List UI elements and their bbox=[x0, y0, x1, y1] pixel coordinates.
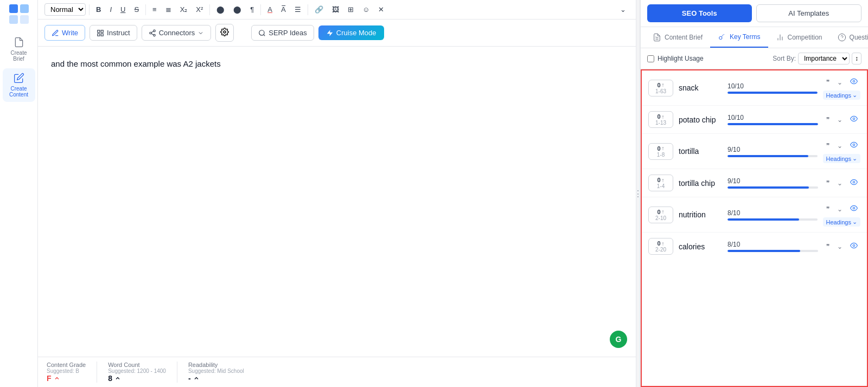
term-row: 0 ↑ 1-8 tortilla 9/10 ❞ ⌄ Headings ⌄ bbox=[642, 134, 867, 169]
term-quote-button[interactable]: ❞ bbox=[824, 140, 832, 151]
table-button[interactable]: ⊞ bbox=[344, 3, 357, 16]
connectors-label: Connectors bbox=[159, 29, 195, 37]
term-quote-button[interactable]: ❞ bbox=[824, 77, 832, 88]
term-expand-button[interactable]: ⌄ bbox=[834, 241, 845, 252]
subscript-button[interactable]: X₂ bbox=[177, 3, 191, 16]
ordered-list-button[interactable]: ≡ bbox=[149, 3, 160, 16]
term-row: 0 ↑ 2-20 calories 8/10 ❞ ⌄ bbox=[642, 233, 867, 260]
word-count-metric: Word Count Suggested: 1200 - 1400 8 bbox=[97, 362, 177, 383]
align-right-button[interactable]: ⬤ bbox=[230, 3, 245, 16]
more-options-button[interactable]: ⌄ bbox=[617, 3, 629, 16]
svg-point-30 bbox=[853, 244, 855, 247]
sidebar-item-create-brief[interactable]: Create Brief bbox=[3, 33, 35, 66]
toolbar-separator-1 bbox=[89, 4, 90, 15]
eye-icon bbox=[850, 242, 858, 249]
term-progress-fill bbox=[727, 155, 808, 157]
underline-button[interactable]: U bbox=[117, 3, 129, 16]
headings-tag[interactable]: Headings ⌄ bbox=[823, 154, 860, 163]
term-expand-button[interactable]: ⌄ bbox=[834, 140, 845, 151]
term-quote-button[interactable]: ❞ bbox=[824, 241, 832, 252]
term-expand-button[interactable]: ⌄ bbox=[834, 204, 845, 215]
cruise-mode-button[interactable]: Cruise Mode bbox=[318, 25, 384, 40]
term-quote-button[interactable]: ❞ bbox=[824, 204, 832, 215]
term-view-button[interactable] bbox=[847, 139, 860, 152]
sidebar-item-create-content[interactable]: Create Content bbox=[3, 68, 35, 102]
sort-order-button[interactable]: ↕ bbox=[852, 53, 861, 64]
eye-icon bbox=[850, 204, 858, 212]
highlight-button[interactable]: A̅ bbox=[278, 3, 289, 16]
write-button[interactable]: Write bbox=[44, 25, 85, 41]
term-count-range: 1-8 bbox=[657, 152, 665, 158]
term-count-box[interactable]: 0 ↑ 2-10 bbox=[648, 207, 673, 223]
align-button[interactable]: ☰ bbox=[291, 3, 304, 16]
tab-questions-label: Questions bbox=[850, 34, 868, 41]
text-color-button[interactable]: A bbox=[264, 3, 276, 16]
tab-key-terms-label: Key Terms bbox=[730, 33, 760, 41]
term-count-box[interactable]: 0 ↑ 1-4 bbox=[648, 175, 673, 191]
up-arrow-icon: ↑ bbox=[662, 177, 665, 183]
toolbar-separator-4 bbox=[260, 4, 261, 15]
instruct-button[interactable]: Instruct bbox=[90, 25, 137, 41]
term-view-button[interactable] bbox=[847, 240, 860, 253]
tab-content-brief[interactable]: Content Brief bbox=[645, 27, 710, 48]
headings-tag[interactable]: Headings ⌄ bbox=[823, 91, 860, 100]
term-view-button[interactable] bbox=[847, 113, 860, 126]
term-view-button[interactable] bbox=[847, 76, 860, 88]
emoji-button[interactable]: ☺ bbox=[359, 3, 373, 16]
highlight-usage-checkbox[interactable]: Highlight Usage bbox=[647, 55, 704, 62]
format-selector[interactable]: Normal bbox=[44, 3, 86, 16]
connectors-button[interactable]: Connectors bbox=[142, 25, 211, 41]
term-action-row: ❞ ⌄ bbox=[824, 113, 860, 126]
sidebar-item-label: Create Content bbox=[5, 86, 33, 98]
ai-templates-button[interactable]: AI Templates bbox=[756, 4, 862, 22]
gear-button[interactable] bbox=[215, 24, 234, 42]
term-count: 0 bbox=[657, 113, 660, 120]
highlight-usage-input[interactable] bbox=[647, 55, 654, 62]
term-score-label: 8/10 bbox=[727, 241, 818, 248]
italic-button[interactable]: I bbox=[106, 3, 115, 16]
grammarly-button[interactable]: G bbox=[610, 331, 627, 348]
svg-point-25 bbox=[853, 80, 855, 82]
term-progress-bar bbox=[727, 186, 818, 189]
lightning-icon bbox=[326, 29, 334, 37]
term-progress-fill bbox=[727, 123, 818, 125]
word-count-sub: Suggested: 1200 - 1400 bbox=[108, 368, 166, 374]
up-arrow-icon bbox=[54, 375, 60, 382]
strikethrough-button[interactable]: S bbox=[131, 3, 142, 16]
term-view-button[interactable] bbox=[847, 203, 860, 215]
headings-chevron: ⌄ bbox=[852, 155, 857, 162]
link-button[interactable]: 🔗 bbox=[311, 3, 327, 16]
editor-content-area[interactable]: and the most common example was A2 jacke… bbox=[38, 47, 636, 357]
question-icon bbox=[838, 33, 846, 42]
sort-by-select[interactable]: Importance bbox=[798, 53, 850, 64]
superscript-button[interactable]: X² bbox=[193, 3, 206, 16]
clear-format-button[interactable]: ✕ bbox=[375, 3, 387, 16]
panel-resizer[interactable]: ⋮ bbox=[636, 0, 640, 387]
tab-questions[interactable]: Questions bbox=[830, 27, 868, 48]
term-quote-button[interactable]: ❞ bbox=[824, 178, 832, 189]
tab-competition[interactable]: Competition bbox=[768, 27, 830, 48]
seo-tools-button[interactable]: SEO Tools bbox=[647, 4, 752, 22]
serp-ideas-button[interactable]: SERP Ideas bbox=[251, 25, 314, 41]
term-expand-button[interactable]: ⌄ bbox=[834, 178, 845, 189]
term-actions: ❞ ⌄ bbox=[824, 177, 860, 189]
term-score-label: 8/10 bbox=[727, 209, 818, 217]
tab-key-terms[interactable]: Key Terms bbox=[710, 27, 768, 48]
tab-competition-label: Competition bbox=[788, 34, 822, 41]
term-expand-button[interactable]: ⌄ bbox=[834, 114, 845, 125]
term-quote-button[interactable]: ❞ bbox=[824, 114, 832, 125]
term-view-button[interactable] bbox=[847, 177, 860, 189]
term-count-box[interactable]: 0 ↑ 1-8 bbox=[648, 143, 673, 160]
term-count-box[interactable]: 0 ↑ 1-13 bbox=[648, 111, 673, 128]
image-button[interactable]: 🖼 bbox=[329, 3, 342, 16]
align-left-button[interactable]: ⬤ bbox=[213, 3, 228, 16]
term-name: tortilla bbox=[679, 147, 722, 156]
paragraph-button[interactable]: ¶ bbox=[247, 3, 257, 16]
unordered-list-button[interactable]: ≣ bbox=[162, 3, 175, 16]
term-expand-button[interactable]: ⌄ bbox=[834, 77, 845, 88]
headings-tag[interactable]: Headings ⌄ bbox=[823, 217, 860, 227]
term-count-box[interactable]: 0 ↑ 2-20 bbox=[648, 238, 673, 255]
bold-button[interactable]: B bbox=[93, 3, 104, 16]
term-count: 0 bbox=[657, 240, 660, 247]
term-count-box[interactable]: 0 ↑ 1-63 bbox=[648, 80, 673, 96]
